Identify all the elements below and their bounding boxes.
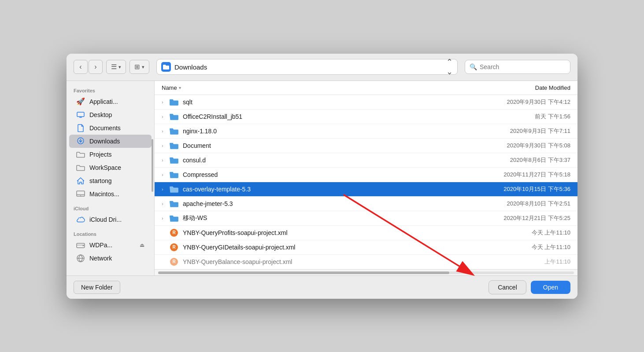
file-name: Document <box>183 142 456 149</box>
forward-icon: › <box>94 63 96 71</box>
sidebar-item-macintosh[interactable]: Macintos... <box>69 187 152 201</box>
sidebar-item-wdpa[interactable]: WDPa... ⏏ <box>69 238 152 252</box>
sidebar-item-applications-label: Applicati... <box>89 98 118 105</box>
sidebar-scrollbar[interactable] <box>152 139 153 192</box>
expand-icon[interactable]: › <box>162 99 169 105</box>
list-view-icon: ☰ <box>111 63 117 71</box>
date-column-header: Date Modified <box>456 84 570 91</box>
table-row[interactable]: › cas-overlay-template-5.3 2020年10月15日 下… <box>155 182 577 197</box>
scrollbar-thumb[interactable] <box>158 271 449 274</box>
file-name: YNBY-QueryBalance-soapui-project.xml <box>183 258 456 265</box>
sidebar-item-documents-label: Documents <box>89 125 121 132</box>
folder-icon <box>169 214 179 223</box>
table-row[interactable]: › OfficeC2RInstall_jb51 前天 下午1:56 <box>155 110 577 124</box>
table-row[interactable]: › R YNBY-QueryGIDetails-soapui-project.x… <box>155 240 577 255</box>
rss-icon: R <box>170 258 178 266</box>
folder-icon <box>169 156 179 165</box>
list-view-button[interactable]: ☰ ▾ <box>106 60 126 74</box>
table-row[interactable]: › Compressed 2020年11月27日 下午5:18 <box>155 168 577 182</box>
sidebar-item-projects-label: Projects <box>89 151 112 158</box>
expand-icon[interactable]: › <box>162 201 169 206</box>
open-button[interactable]: Open <box>531 281 570 294</box>
location-arrows-icon[interactable]: ⌃⌄ <box>446 57 453 77</box>
file-date: 2020年12月21日 下午5:25 <box>456 214 570 222</box>
sidebar-item-startong-label: startong <box>89 177 112 184</box>
expand-icon[interactable]: › <box>162 128 169 134</box>
new-folder-button[interactable]: New Folder <box>74 281 120 294</box>
search-bar[interactable]: 🔍 <box>465 60 570 74</box>
toolbar: ‹ › ☰ ▾ ⊞ ▾ Downloads <box>67 54 577 81</box>
sidebar-item-desktop[interactable]: Desktop <box>69 108 152 121</box>
file-name: nginx-1.18.0 <box>183 128 456 135</box>
location-bar[interactable]: Downloads ⌃⌄ <box>156 59 458 75</box>
expand-icon[interactable]: › <box>162 143 169 148</box>
file-name: sqlt <box>183 99 456 106</box>
file-name: consul.d <box>183 157 456 164</box>
file-date: 2020年9月30日 下午5:08 <box>456 142 570 150</box>
no-expand-icon: › <box>162 245 169 250</box>
location-title: Downloads <box>174 63 443 71</box>
main-content: Favorites 🚀 Applicati... Desktop Documen… <box>67 81 577 275</box>
table-row[interactable]: › nginx-1.18.0 2020年9月3日 下午7:11 <box>155 124 577 139</box>
expand-icon[interactable]: › <box>162 172 169 177</box>
desktop-icon <box>76 110 85 119</box>
table-row[interactable]: › R YNBY-QueryProfits-soapui-project.xml… <box>155 226 577 240</box>
xml-file-icon: R <box>169 257 179 266</box>
sidebar-item-downloads[interactable]: Downloads <box>69 135 152 148</box>
no-expand-icon: › <box>162 230 169 235</box>
cancel-button[interactable]: Cancel <box>489 280 526 294</box>
footer: New Folder Cancel Open <box>67 275 577 299</box>
xml-file-icon: R <box>169 228 179 237</box>
sidebar-item-workspace[interactable]: WorkSpace <box>69 161 152 174</box>
back-button[interactable]: ‹ <box>74 60 88 74</box>
file-date: 2020年9月3日 下午7:11 <box>456 127 570 135</box>
expand-icon[interactable]: › <box>162 187 169 192</box>
expand-icon[interactable]: › <box>162 216 169 221</box>
file-date: 2020年10月15日 下午5:36 <box>456 185 570 193</box>
file-date: 今天 上午11:10 <box>456 229 570 237</box>
file-date: 今天 上午11:10 <box>456 243 570 251</box>
xml-file-icon: R <box>169 243 179 252</box>
grid-view-button[interactable]: ⊞ ▾ <box>130 60 149 74</box>
table-row[interactable]: › Document 2020年9月30日 下午5:08 <box>155 139 577 153</box>
file-date: 2020年9月30日 下午4:12 <box>456 98 570 106</box>
grid-view-icon: ⊞ <box>134 63 140 71</box>
file-date: 上午11:10 <box>456 258 570 266</box>
expand-icon[interactable]: › <box>162 114 169 119</box>
sidebar-item-startong[interactable]: startong <box>69 174 152 187</box>
horizontal-scrollbar[interactable] <box>155 269 577 275</box>
file-name: Compressed <box>183 171 456 178</box>
sidebar-item-icloud-label: iCloud Dri... <box>89 216 122 223</box>
sidebar-item-downloads-label: Downloads <box>89 138 120 145</box>
table-row[interactable]: › R YNBY-QueryBalance-soapui-project.xml… <box>155 255 577 269</box>
expand-icon[interactable]: › <box>162 158 169 163</box>
file-name: YNBY-QueryGIDetails-soapui-project.xml <box>183 244 456 251</box>
sidebar-item-icloud[interactable]: iCloud Dri... <box>69 213 152 226</box>
sidebar-item-projects[interactable]: Projects <box>69 148 152 161</box>
no-expand-icon: › <box>162 259 169 264</box>
rss-icon: R <box>170 243 178 251</box>
nav-group: ‹ › <box>74 60 103 74</box>
sidebar-item-applications[interactable]: 🚀 Applicati... <box>69 95 152 108</box>
sidebar-item-macintosh-label: Macintos... <box>89 191 119 198</box>
applications-icon: 🚀 <box>76 97 85 106</box>
table-row[interactable]: › apache-jmeter-5.3 2020年8月10日 下午2:51 <box>155 197 577 211</box>
table-row[interactable]: › sqlt 2020年9月30日 下午4:12 <box>155 95 577 110</box>
sidebar-item-workspace-label: WorkSpace <box>89 164 121 171</box>
file-name: YNBY-QueryProfits-soapui-project.xml <box>183 229 456 236</box>
sidebar-item-network[interactable]: Network <box>69 252 152 265</box>
sidebar-item-documents[interactable]: Documents <box>69 121 152 135</box>
table-row[interactable]: › 移动-WS 2020年12月21日 下午5:25 <box>155 211 577 226</box>
icloud-label: iCloud <box>67 206 154 213</box>
sidebar-item-desktop-label: Desktop <box>89 111 112 118</box>
documents-icon <box>76 124 85 132</box>
folder-icon <box>169 199 179 208</box>
file-name: apache-jmeter-5.3 <box>183 200 456 207</box>
folder-icon <box>169 141 179 150</box>
forward-button[interactable]: › <box>89 60 103 74</box>
folder-icon <box>169 185 179 194</box>
eject-icon[interactable]: ⏏ <box>140 242 144 248</box>
drive-icon <box>76 241 85 249</box>
search-input[interactable] <box>480 63 566 70</box>
table-row[interactable]: › consul.d 2020年8月6日 下午3:37 <box>155 153 577 168</box>
